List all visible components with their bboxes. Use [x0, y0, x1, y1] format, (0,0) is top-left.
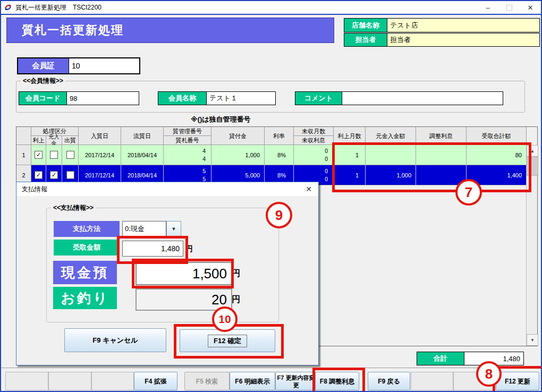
- member-name-label: 会員名称: [158, 92, 206, 105]
- payment-method-label: 支払方法: [54, 221, 120, 237]
- total-label: 合計: [417, 352, 464, 365]
- col-nyushichi: 入質日: [79, 127, 121, 145]
- f9-back-button[interactable]: F9 戻る: [368, 372, 410, 390]
- change-yen-label: 円: [232, 294, 240, 305]
- comment-field: コメント: [295, 91, 503, 105]
- change-label: お釣り: [53, 287, 117, 309]
- cell-riage: ✓: [31, 145, 46, 165]
- scroll-down-icon[interactable]: ▼: [527, 334, 538, 346]
- shusshichi-checkbox[interactable]: [66, 151, 74, 159]
- riage-checkbox[interactable]: ✓: [35, 151, 43, 159]
- annotation-circle-8: 8: [476, 361, 502, 387]
- shop-name-label: 店舗名称: [344, 19, 387, 32]
- col-kanri-no: 質管理番号: [164, 127, 211, 136]
- col-mishu-risoku: 未収利息: [294, 136, 334, 145]
- window-title: 質札一括更新処理 TSCI2200: [15, 3, 101, 12]
- minimize-icon[interactable]: –: [477, 2, 498, 13]
- member-name-input[interactable]: テスト１: [206, 92, 275, 105]
- col-ryushichi: 流質日: [121, 127, 164, 145]
- combo-arrow-icon[interactable]: ▼: [166, 221, 181, 237]
- close-icon[interactable]: ✕: [520, 2, 541, 13]
- annotation-circle-7: 7: [455, 179, 482, 206]
- maximize-icon: [498, 2, 520, 13]
- f4-expand-button[interactable]: F4 拡張: [134, 372, 177, 390]
- member-card-input[interactable]: 10: [69, 58, 139, 73]
- staff-label: 担当者: [344, 33, 387, 46]
- payment-dialog-title: 支払情報: [22, 185, 47, 194]
- total-field: 合計 1,480: [417, 352, 524, 365]
- cell-shusshichi: [62, 145, 79, 165]
- payment-info-group-title: <<支払情報>>: [51, 203, 96, 212]
- motoire-checkbox[interactable]: [50, 151, 58, 159]
- payment-dialog-titlebar: 支払情報 ✕: [16, 182, 318, 196]
- cell-nyushichi: 2017/12/14: [79, 145, 121, 165]
- annotation-rect-f8-button: [312, 368, 365, 392]
- f6-detail-button[interactable]: F6 明細表示: [230, 372, 275, 390]
- member-card-label: 会員証: [18, 58, 69, 73]
- f7-change-button[interactable]: F7 更新内容変更: [275, 372, 317, 390]
- col-fuda-no: 質札番号: [164, 136, 211, 145]
- f9-cancel-button[interactable]: F9 キャンセル: [64, 328, 166, 352]
- shusshichi-checkbox[interactable]: [66, 171, 74, 179]
- member-info-group-title: <<会員情報>>: [21, 76, 65, 86]
- member-card-group: 会員証 10: [17, 57, 140, 74]
- title-bar: 質札一括更新処理 TSCI2200 – ✕: [1, 1, 541, 15]
- annotation-circle-10: 10: [212, 306, 238, 332]
- row-number: 1: [16, 145, 31, 165]
- col-shusshichi: 出質: [62, 136, 79, 145]
- comment-input[interactable]: [342, 92, 503, 105]
- col-riage: 利上: [31, 136, 46, 145]
- fkey-empty-slot: [48, 372, 91, 390]
- page-title: 質札一括更新処理: [6, 18, 334, 43]
- f5-search-button[interactable]: F5 検索: [184, 372, 230, 390]
- payment-method-select[interactable]: 0:現金: [122, 221, 166, 237]
- cell-kashitsuke: 1,000: [211, 145, 265, 165]
- cell-motoire: [46, 145, 62, 165]
- annotation-circle-9: 9: [266, 202, 292, 228]
- col-rowheader: [16, 127, 31, 145]
- annotation-rect-cash-deposit: [132, 259, 234, 288]
- staff-field: 担当者 担当者: [344, 33, 540, 47]
- motoire-checkbox[interactable]: ✓: [50, 171, 58, 179]
- receive-amount-label: 受取金額: [54, 240, 120, 255]
- cell-kanri-fuda: 44: [164, 145, 211, 165]
- cell-ryushichi: 2018/04/14: [121, 145, 164, 165]
- function-key-bar: F4 拡張 F5 検索 F6 明細表示 F7 更新内容変更 F8 調整利息 F9…: [1, 368, 541, 391]
- member-code-field: 会員コード 98: [19, 91, 139, 105]
- fkey-empty-slot: [5, 372, 48, 390]
- fkey-empty-slot: [411, 372, 453, 390]
- col-mishu-gessu: 未収月数: [294, 127, 334, 136]
- member-code-input[interactable]: 98: [66, 92, 139, 105]
- app-window: 質札一括更新処理 TSCI2200 – ✕ 質札一括更新処理 店舗名称 テスト店…: [0, 0, 542, 392]
- member-code-label: 会員コード: [19, 92, 66, 105]
- member-name-field: 会員名称 テスト１: [158, 91, 276, 105]
- fkey-empty-slot: [91, 372, 134, 390]
- shop-name-field: 店舗名称 テスト店: [344, 18, 540, 32]
- col-riritsu: 利率: [265, 127, 294, 145]
- cell-riritsu: 8%: [265, 145, 294, 165]
- app-icon: [4, 3, 12, 12]
- col-kashitsuke: 貸付金: [211, 127, 265, 145]
- riage-checkbox[interactable]: ✓: [35, 171, 43, 179]
- staff-value: 担当者: [387, 33, 539, 46]
- col-motoire: 元入金: [46, 136, 62, 145]
- cell-mishu: 00: [294, 145, 334, 165]
- change-output: 20: [136, 288, 232, 311]
- grid-note: ※()は独自管理番号: [191, 115, 251, 124]
- dialog-close-icon[interactable]: ✕: [306, 185, 312, 193]
- cash-deposit-label: 現金預: [53, 261, 117, 284]
- comment-label: コメント: [295, 92, 342, 105]
- annotation-rect-columns: [332, 142, 531, 192]
- shop-name-value: テスト店: [387, 19, 539, 32]
